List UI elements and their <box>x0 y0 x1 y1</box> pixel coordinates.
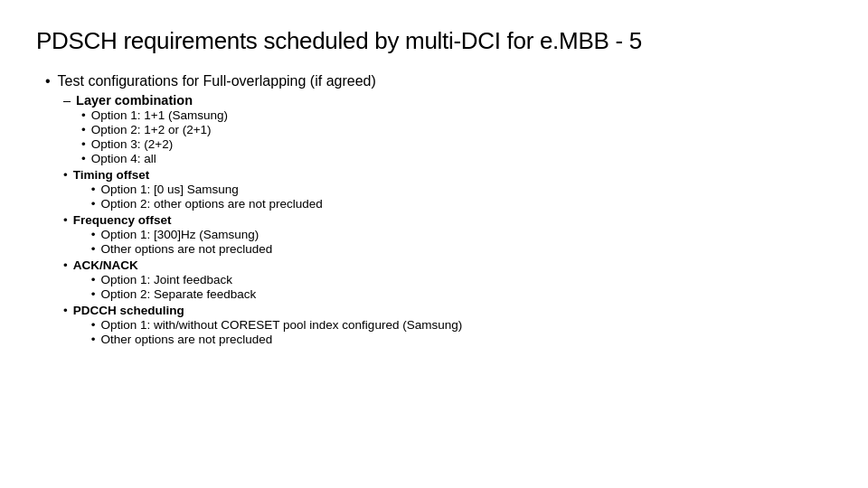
ack-item-1-text: Option 1: Joint feedback <box>100 273 232 286</box>
layer-item-3: • Option 3: (2+2) <box>81 137 832 151</box>
timing-offset-content: Timing offset • Option 1: [0 us] Samsung… <box>73 168 323 211</box>
layer-item-4: • Option 4: all <box>81 152 832 165</box>
content-area: • Test configurations for Full-overlappi… <box>36 73 832 346</box>
layer-item-1-text: Option 1: 1+1 (Samsung) <box>91 108 228 122</box>
bullet-icon: • <box>63 304 68 317</box>
pdcch-item-2-text: Other options are not precluded <box>100 333 272 346</box>
bullet-icon: • <box>63 258 68 272</box>
frequency-offset-label: Frequency offset <box>73 213 172 227</box>
bullet-icon: • <box>81 108 86 122</box>
layer-combination-label: Layer combination <box>76 93 193 108</box>
timing-offset-items: • Option 1: [0 us] Samsung • Option 2: o… <box>73 183 323 211</box>
bullet-icon: • <box>91 273 96 286</box>
bullet-icon: • <box>81 152 86 165</box>
layer-item-3-text: Option 3: (2+2) <box>91 137 173 151</box>
freq-item-2: • Other options are not precluded <box>91 242 273 256</box>
timing-item-2-text: Option 2: other options are not preclude… <box>100 197 322 211</box>
bullet-icon: • <box>81 123 86 136</box>
frequency-offset-content: Frequency offset • Option 1: [300]Hz (Sa… <box>73 213 273 256</box>
pdcch-item-2: • Other options are not precluded <box>91 333 462 346</box>
layer-item-2: • Option 2: 1+2 or (2+1) <box>81 123 832 136</box>
bullet-icon: • <box>63 213 68 227</box>
pdcch-item-1: • Option 1: with/without CORESET pool in… <box>91 318 462 332</box>
page: PDSCH requirements scheduled by multi-DC… <box>0 0 868 488</box>
bullet-icon: • <box>91 242 96 256</box>
layer-sub-items: • Option 1: 1+1 (Samsung) • Option 2: 1+… <box>63 108 832 165</box>
ack-item-2: • Option 2: Separate feedback <box>91 287 257 301</box>
bullet-icon: • <box>63 168 68 182</box>
freq-item-2-text: Other options are not precluded <box>100 242 272 256</box>
timing-item-1: • Option 1: [0 us] Samsung <box>91 183 323 196</box>
bullet-icon: • <box>81 137 86 151</box>
timing-item-1-text: Option 1: [0 us] Samsung <box>100 183 238 196</box>
pdcch-item-1-text: Option 1: with/without CORESET pool inde… <box>100 318 462 332</box>
freq-item-1-text: Option 1: [300]Hz (Samsung) <box>100 228 259 241</box>
bullet-icon: • <box>91 333 96 346</box>
layer-item-4-text: Option 4: all <box>91 152 156 165</box>
dash-layer-combination: – Layer combination <box>63 93 832 108</box>
timing-item-2: • Option 2: other options are not preclu… <box>91 197 323 211</box>
bullet-icon: • <box>91 228 96 241</box>
main-bullet: • Test configurations for Full-overlappi… <box>45 73 832 89</box>
ack-nack-content: ACK/NACK • Option 1: Joint feedback • Op… <box>73 258 257 301</box>
layer-item-2-text: Option 2: 1+2 or (2+1) <box>91 123 212 136</box>
pdcch-items: • Option 1: with/without CORESET pool in… <box>73 318 462 346</box>
ack-nack-section: • ACK/NACK • Option 1: Joint feedback • … <box>63 258 832 301</box>
timing-offset-label: Timing offset <box>73 168 150 182</box>
main-bullet-text: Test configurations for Full-overlapping… <box>58 73 376 89</box>
layer-item-1: • Option 1: 1+1 (Samsung) <box>81 108 832 122</box>
timing-offset-section: • Timing offset • Option 1: [0 us] Samsu… <box>63 168 832 211</box>
bullet-icon: • <box>91 318 96 332</box>
pdcch-label: PDCCH scheduling <box>73 304 184 317</box>
page-title: PDSCH requirements scheduled by multi-DC… <box>36 27 832 55</box>
pdcch-content: PDCCH scheduling • Option 1: with/withou… <box>73 304 462 346</box>
ack-item-1: • Option 1: Joint feedback <box>91 273 257 286</box>
bullet-icon: • <box>91 183 96 196</box>
layer-combination-section: – Layer combination • Option 1: 1+1 (Sam… <box>45 93 832 346</box>
frequency-offset-section: • Frequency offset • Option 1: [300]Hz (… <box>63 213 832 256</box>
ack-item-2-text: Option 2: Separate feedback <box>100 287 256 301</box>
bullet-icon: • <box>91 287 96 301</box>
frequency-offset-items: • Option 1: [300]Hz (Samsung) • Other op… <box>73 228 273 256</box>
pdcch-section: • PDCCH scheduling • Option 1: with/with… <box>63 304 832 346</box>
ack-nack-label: ACK/NACK <box>73 258 138 272</box>
dash-icon: – <box>63 93 71 108</box>
ack-nack-items: • Option 1: Joint feedback • Option 2: S… <box>73 273 257 301</box>
freq-item-1: • Option 1: [300]Hz (Samsung) <box>91 228 273 241</box>
main-bullet-icon: • <box>45 73 51 89</box>
bullet-icon: • <box>91 197 96 211</box>
